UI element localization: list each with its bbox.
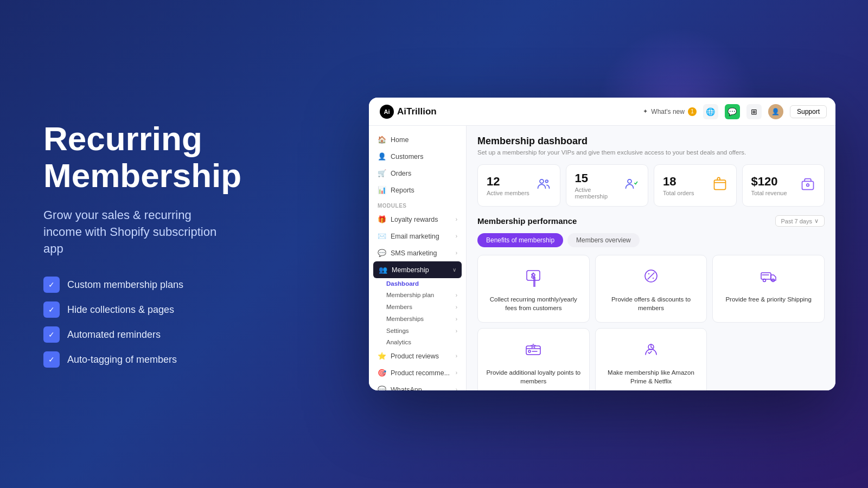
membership-expand-icon: ∨ — [452, 267, 456, 273]
performance-header: Membership performance Past 7 days ∨ — [477, 215, 825, 227]
svg-point-14 — [528, 350, 531, 352]
svg-point-2 — [628, 179, 631, 183]
sidebar-item-sms[interactable]: 💬 SMS marketing › — [369, 245, 466, 261]
recommend-icon: 🎯 — [378, 369, 386, 377]
sidebar-item-reviews[interactable]: ⭐ Product reviews › — [369, 348, 466, 364]
chat-icon[interactable]: 💬 — [725, 104, 740, 119]
feature-item-3: ✓ Automated reminders — [43, 326, 228, 343]
logo-icon: Ai — [380, 105, 394, 119]
benefit-card-prime[interactable]: Make membership like Amazon Prime & Netf… — [595, 328, 707, 390]
tab-benefits[interactable]: Benefits of membership — [477, 233, 563, 247]
sidebar-item-loyalty[interactable]: 🎁 Loyalty rewards › — [369, 211, 466, 228]
collect-icon — [522, 265, 544, 290]
reports-icon: 📊 — [378, 186, 386, 194]
stat-active-membership: 15 Active membership — [566, 164, 649, 207]
memberships-expand: › — [456, 316, 457, 322]
stat-members-icon — [536, 176, 551, 195]
feature-list: ✓ Custom membership plans ✓ Hide collect… — [43, 277, 228, 368]
reviews-expand-icon: › — [456, 353, 457, 359]
loyalty-expand-icon: › — [456, 216, 457, 222]
language-icon[interactable]: 🌐 — [703, 104, 718, 119]
stats-row: 12 Active members 15 — [477, 164, 825, 207]
dropdown-chevron-icon: ∨ — [814, 217, 819, 224]
feature-item-4: ✓ Auto-tagging of members — [43, 351, 228, 368]
whatsapp-expand-icon: › — [456, 387, 457, 390]
dashboard-content: Membership dashboard Set up a membership… — [467, 126, 835, 390]
check-icon-4: ✓ — [43, 351, 60, 368]
whatsapp-icon: 💬 — [378, 386, 386, 390]
check-icon-3: ✓ — [43, 326, 60, 343]
benefit-card-collect[interactable]: Collect recurring monthly/yearly fees fr… — [477, 255, 590, 323]
shipping-icon — [758, 265, 780, 290]
tabs-row: Benefits of membership Members overview — [477, 233, 825, 247]
sidebar-item-recommend[interactable]: 🎯 Product recomme... › — [369, 364, 466, 381]
svg-point-11 — [763, 279, 765, 282]
performance-title: Membership performance — [477, 216, 577, 226]
benefit-label-prime: Make membership like Amazon Prime & Netf… — [603, 368, 699, 386]
stat-orders-icon — [712, 176, 727, 195]
sidebar-item-whatsapp[interactable]: 💬 WhatsApp › — [369, 381, 466, 390]
customers-icon: 👤 — [378, 152, 386, 160]
grid-icon[interactable]: ⊞ — [746, 104, 762, 119]
email-expand-icon: › — [456, 233, 457, 239]
stat-membership-info: 15 Active membership — [575, 171, 624, 200]
membership-plan-expand: › — [456, 292, 457, 298]
modules-label: MODULES — [369, 198, 466, 211]
sidebar-item-email[interactable]: ✉️ Email marketing › — [369, 228, 466, 245]
loyalty-icon: 🎁 — [378, 215, 386, 223]
feature-item-2: ✓ Hide collections & pages — [43, 301, 228, 318]
svg-rect-3 — [714, 180, 725, 190]
tab-members-overview[interactable]: Members overview — [567, 233, 640, 247]
benefits-grid: Collect recurring monthly/yearly fees fr… — [477, 255, 825, 390]
sidebar-sub-analytics[interactable]: Analytics — [369, 337, 466, 348]
stat-revenue-info: $120 Total revenue — [751, 175, 787, 196]
sms-expand-icon: › — [456, 250, 457, 256]
sidebar-sub-members[interactable]: Members › — [369, 301, 466, 313]
sidebar-item-orders[interactable]: 🛒 Orders — [369, 165, 466, 182]
sidebar-item-customers[interactable]: 👤 Customers — [369, 148, 466, 165]
date-filter-dropdown[interactable]: Past 7 days ∨ — [775, 215, 825, 227]
hero-title: Recurring Membership — [43, 120, 228, 194]
hero-section: Recurring Membership Grow your sales & r… — [0, 88, 260, 401]
home-icon: 🏠 — [378, 136, 386, 144]
prime-icon — [640, 338, 662, 363]
svg-point-8 — [648, 273, 649, 274]
svg-rect-4 — [802, 181, 814, 189]
benefit-card-shipping[interactable]: Provide free & priority Shipping — [712, 255, 825, 323]
sidebar-item-home[interactable]: 🏠 Home — [369, 131, 466, 148]
benefit-card-loyalty[interactable]: Provide additional loyalty points to mem… — [477, 328, 590, 390]
benefit-label-collect: Collect recurring monthly/yearly fees fr… — [486, 295, 582, 312]
app-logo: Ai AiTrillion — [380, 105, 437, 119]
recommend-expand-icon: › — [456, 370, 457, 376]
membership-icon: 👥 — [379, 266, 387, 274]
benefit-card-offers[interactable]: Provide offers & discounts to members — [595, 255, 707, 323]
stat-total-revenue: $120 Total revenue — [742, 164, 825, 207]
loyalty-points-icon — [522, 338, 544, 363]
email-icon: ✉️ — [378, 232, 386, 240]
svg-point-0 — [540, 179, 544, 183]
sms-icon: 💬 — [378, 249, 386, 257]
sidebar-item-membership[interactable]: 👥 Membership ∨ — [373, 261, 462, 278]
top-bar: Ai AiTrillion ✦ What's new 1 🌐 💬 ⊞ 👤 Sup… — [369, 98, 835, 126]
stat-orders-info: 18 Total orders — [663, 175, 694, 196]
support-button[interactable]: Support — [790, 105, 827, 118]
hero-subtitle: Grow your sales & recurring income with … — [43, 207, 228, 257]
orders-icon: 🛒 — [378, 169, 386, 177]
stat-members-info: 12 Active members — [487, 175, 529, 196]
page-subtitle: Set up a membership for your VIPs and gi… — [477, 149, 825, 156]
sidebar: 🏠 Home 👤 Customers 🛒 Orders 📊 Reports MO… — [369, 126, 467, 390]
whats-new-button[interactable]: ✦ What's new 1 — [643, 107, 697, 116]
members-expand: › — [456, 304, 457, 310]
sidebar-sub-membership-plan[interactable]: Membership plan › — [369, 289, 466, 301]
offers-icon — [640, 265, 662, 290]
benefit-label-shipping: Provide free & priority Shipping — [725, 295, 812, 304]
sidebar-item-reports[interactable]: 📊 Reports — [369, 182, 466, 198]
user-avatar[interactable]: 👤 — [768, 104, 783, 119]
sidebar-sub-memberships[interactable]: Memberships › — [369, 313, 466, 325]
check-icon-1: ✓ — [43, 277, 60, 293]
stat-active-members: 12 Active members — [477, 164, 560, 207]
sidebar-sub-settings[interactable]: Settings › — [369, 325, 466, 337]
sidebar-sub-dashboard[interactable]: Dashboard — [369, 278, 466, 289]
stat-membership-icon — [624, 176, 639, 195]
page-title: Membership dashboard — [477, 136, 825, 147]
